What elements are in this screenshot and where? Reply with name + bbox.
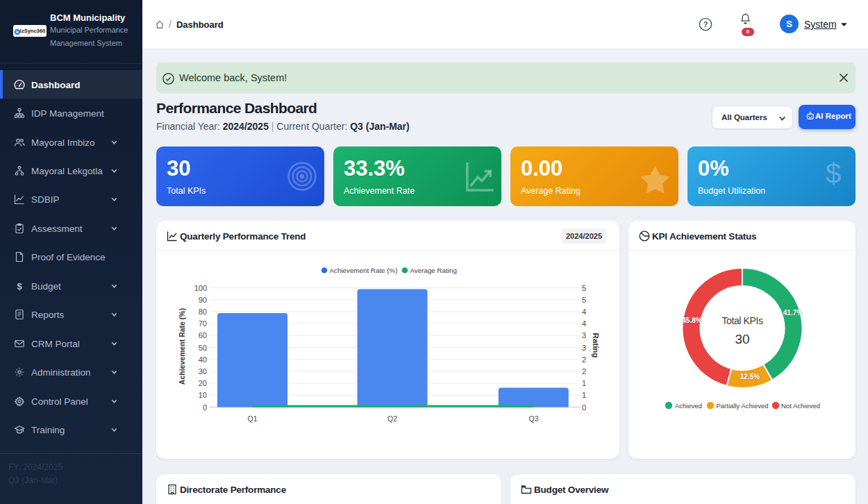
svg-text:10: 10	[199, 391, 207, 399]
svg-text:2: 2	[582, 367, 586, 376]
svg-text:0: 0	[203, 403, 207, 412]
svg-text:5: 5	[582, 284, 586, 292]
svg-text:Achieved: Achieved	[675, 402, 702, 410]
svg-text:50: 50	[199, 344, 207, 352]
svg-text:5: 5	[582, 296, 586, 304]
svg-text:3: 3	[582, 344, 586, 352]
svg-text:2: 2	[582, 355, 586, 364]
svg-text:30: 30	[735, 332, 749, 346]
svg-text:$: $	[17, 280, 22, 291]
svg-text:90: 90	[199, 296, 207, 304]
svg-text:1: 1	[582, 379, 586, 387]
svg-text:80: 80	[199, 308, 207, 316]
svg-text:Partially Achieved: Partially Achieved	[717, 402, 769, 410]
svg-text:30: 30	[199, 367, 207, 376]
svg-text:1: 1	[582, 391, 586, 399]
svg-text:Average Rating: Average Rating	[410, 267, 457, 274]
svg-text:0: 0	[582, 403, 586, 412]
svg-text:Achievement Rate (%): Achievement Rate (%)	[178, 308, 186, 385]
svg-text:60: 60	[199, 331, 207, 339]
svg-text:Not Achieved: Not Achieved	[781, 402, 820, 410]
svg-text:Rating: Rating	[592, 333, 600, 358]
svg-text:Total KPIs: Total KPIs	[721, 315, 762, 326]
svg-text:4: 4	[582, 319, 586, 328]
svg-text:Q1: Q1	[247, 414, 257, 423]
svg-text:45.8%: 45.8%	[682, 317, 701, 324]
svg-text:Achievement Rate (%): Achievement Rate (%)	[330, 267, 398, 274]
svg-text:?: ?	[703, 20, 708, 28]
svg-text:41.7%: 41.7%	[783, 309, 803, 317]
svg-text:Q2: Q2	[387, 414, 397, 423]
svg-text:12.5%: 12.5%	[740, 373, 760, 380]
svg-text:100: 100	[194, 284, 207, 292]
svg-text:Q3: Q3	[528, 414, 538, 423]
svg-text:3: 3	[582, 331, 586, 339]
svg-text:70: 70	[199, 319, 207, 328]
svg-text:4: 4	[582, 308, 586, 316]
svg-text:20: 20	[199, 379, 207, 387]
svg-text:40: 40	[199, 355, 207, 364]
